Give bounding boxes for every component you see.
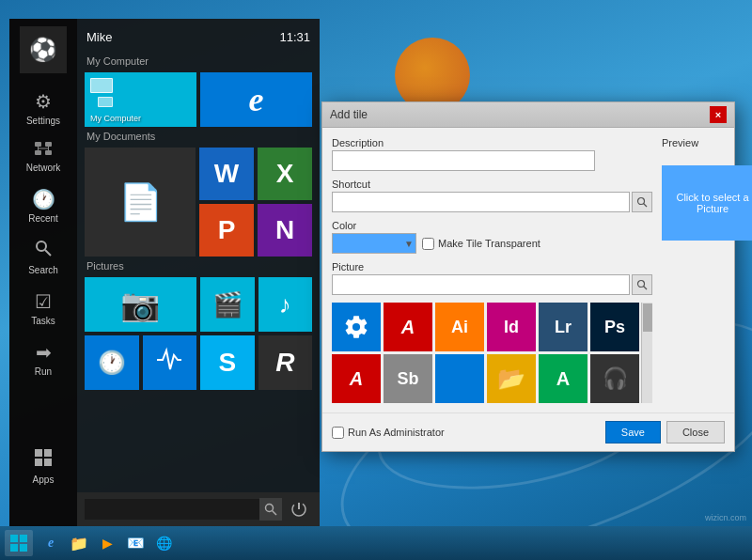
app-tile-ai[interactable]: Ai	[435, 303, 484, 351]
sidebar-item-tasks[interactable]: ☑ Tasks	[11, 283, 75, 334]
taskbar-browser2[interactable]: 🌐	[150, 530, 177, 556]
tile-ie[interactable]: e	[200, 72, 312, 127]
color-select[interactable]: ▼	[332, 233, 416, 254]
app-tile-gears[interactable]	[332, 303, 381, 351]
tile-r[interactable]: R	[258, 335, 313, 390]
scrollbar-thumb	[643, 303, 652, 332]
accent-icon: A	[556, 368, 570, 390]
app-grid-area: A Ai Id Lr Ps A	[332, 303, 652, 403]
preview-text: Click to select a Picture	[662, 192, 752, 214]
picture-input[interactable]	[332, 274, 630, 295]
app-tile-ps[interactable]: Ps	[590, 303, 639, 351]
run-icon: ➡	[36, 341, 52, 364]
sb-icon: Sb	[397, 369, 418, 389]
app-tile-headphones[interactable]: 🎧	[590, 354, 639, 403]
picture-group: Picture	[332, 261, 652, 295]
dialog-scrollbar[interactable]	[641, 303, 652, 403]
app-tile-fileexplorer[interactable]	[435, 354, 484, 403]
settings-label: Settings	[26, 116, 60, 126]
excel-icon: X	[276, 159, 294, 189]
tile-documents[interactable]: 📄	[85, 148, 196, 257]
sidebar-item-run[interactable]: ➡ Run	[11, 334, 75, 384]
app-tile-acrobat2[interactable]: A	[332, 354, 381, 403]
tile-pulse[interactable]	[143, 335, 197, 390]
tile-word[interactable]: W	[199, 148, 254, 200]
explorer-icon	[454, 367, 465, 391]
app-tile-sb[interactable]: Sb	[384, 354, 432, 403]
tile-powerpoint[interactable]: P	[199, 204, 254, 257]
tile-my-computer[interactable]: My Computer	[85, 72, 196, 127]
shortcut-label: Shortcut	[332, 179, 652, 190]
svg-point-7	[37, 241, 46, 251]
avatar-image: ⚽	[20, 26, 67, 73]
taskbar-ie[interactable]: e	[38, 530, 64, 556]
tile-onenote[interactable]: N	[258, 204, 312, 257]
svg-rect-12	[44, 459, 52, 466]
power-button[interactable]	[286, 496, 312, 522]
network-icon	[34, 141, 53, 160]
picture-label: Picture	[332, 261, 652, 272]
search-input[interactable]	[85, 499, 259, 520]
camera-icon: 📷	[120, 286, 160, 323]
dialog-buttons: Save Close	[605, 421, 725, 443]
network-label: Network	[26, 163, 61, 173]
section-label-pictures: Pictures	[86, 260, 312, 272]
save-button[interactable]: Save	[605, 421, 661, 443]
taskbar-outlook[interactable]: 📧	[122, 530, 149, 556]
app-grid: A Ai Id Lr Ps A	[332, 303, 652, 403]
svg-line-20	[644, 287, 648, 290]
sidebar-item-settings[interactable]: ⚙ Settings	[11, 83, 75, 133]
sidebar-item-apps[interactable]: Apps	[11, 441, 75, 492]
app-tile-accent[interactable]: A	[539, 354, 588, 403]
search-button[interactable]	[259, 498, 282, 521]
description-label: Description	[332, 137, 652, 148]
start-search-bar	[77, 492, 320, 526]
start-sidebar: ⚽ ⚙ Settings Network 🕐 Recent	[9, 19, 77, 526]
sidebar-item-search[interactable]: Search	[11, 231, 75, 283]
app-tile-folder[interactable]: 📂	[487, 354, 536, 403]
picture-browse-button[interactable]	[632, 274, 652, 295]
tile-pictures[interactable]: 📷	[85, 277, 196, 332]
tile-film[interactable]: 🎬	[200, 277, 255, 332]
app-tile-id[interactable]: Id	[487, 303, 536, 351]
tile-skype[interactable]: S	[200, 335, 255, 390]
section-label-computer: My Computer	[86, 55, 312, 67]
tile-my-computer-label: My Computer	[90, 114, 141, 123]
start-button[interactable]	[5, 530, 33, 556]
close-button[interactable]: Close	[666, 421, 725, 443]
taskbar-explorer[interactable]: 📁	[66, 530, 92, 556]
music-icon: ♪	[279, 290, 291, 319]
ie-icon: e	[249, 80, 264, 119]
tile-clock[interactable]: 🕐	[85, 335, 139, 390]
transparent-checkbox[interactable]	[422, 238, 434, 250]
tile-excel[interactable]: X	[258, 148, 312, 200]
sidebar-item-recent[interactable]: 🕐 Recent	[11, 180, 75, 231]
r-icon: R	[275, 348, 294, 378]
svg-line-14	[273, 511, 277, 516]
description-input[interactable]	[332, 150, 595, 171]
shortcut-browse-button[interactable]	[632, 192, 652, 212]
watermark: wizicn.com	[705, 513, 746, 522]
dialog-close-button[interactable]: ×	[710, 106, 727, 123]
run-as-admin-checkbox[interactable]	[332, 427, 344, 439]
dialog-preview-panel: Preview Click to select a Picture	[662, 137, 752, 403]
start-menu: ⚽ ⚙ Settings Network 🕐 Recent	[9, 19, 320, 526]
settings-icon: ⚙	[35, 90, 52, 113]
transparent-checkbox-label: Make Tile Transparent	[422, 238, 540, 250]
search-icon	[34, 239, 53, 262]
tile-music[interactable]: ♪	[258, 277, 313, 332]
clock-icon: 🕐	[98, 350, 126, 376]
user-avatar[interactable]: ⚽	[20, 26, 67, 73]
clock: 11:31	[279, 30, 310, 44]
sidebar-item-network[interactable]: Network	[11, 133, 75, 180]
shortcut-input[interactable]	[332, 192, 630, 212]
start-tiles: Mike 11:31 My Computer My Computer e	[77, 19, 320, 526]
app-tile-acrobat[interactable]: A	[384, 303, 432, 351]
preview-box[interactable]: Click to select a Picture	[662, 165, 752, 241]
taskbar-media[interactable]: ▶	[94, 530, 120, 556]
explorer-taskbar-icon: 📁	[70, 535, 88, 552]
svg-point-19	[638, 281, 645, 288]
app-tile-lr[interactable]: Lr	[539, 303, 588, 351]
pulse-icon	[155, 346, 183, 380]
documents-icon: 📄	[118, 181, 163, 223]
